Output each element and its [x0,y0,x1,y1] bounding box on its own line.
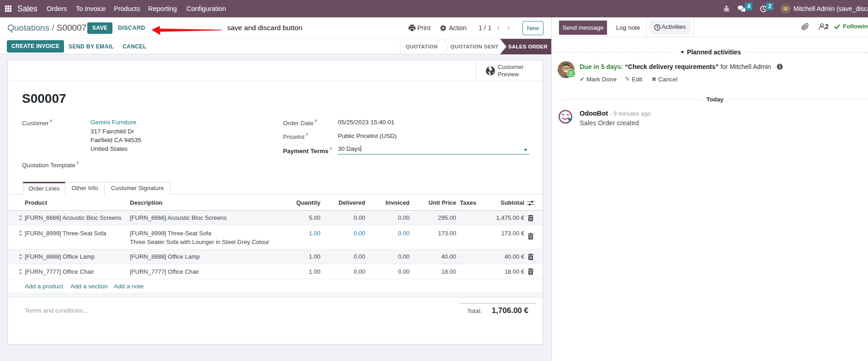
new-button[interactable]: New [522,21,543,35]
cell-quantity[interactable]: 1.00 [275,230,320,237]
cell-invoiced[interactable]: 0.00 [364,268,410,275]
status-quotation-sent[interactable]: QUOTATION SENT [449,39,500,54]
cell-invoiced[interactable]: 0.00 [364,214,410,221]
delete-row-icon[interactable] [528,215,533,221]
col-product[interactable]: Product [25,195,47,211]
table-row[interactable]: [FURN_6666] Acoustic Bloc Screens [FURN_… [8,211,543,225]
info-icon[interactable] [777,64,783,70]
cell-invoiced[interactable]: 0.00 [364,230,410,237]
cell-quantity[interactable]: 1.00 [275,268,320,275]
table-row[interactable]: [FURN_8888] Office Lamp [FURN_8888] Offi… [8,250,543,264]
print-button[interactable]: Print [409,17,431,38]
terms-placeholder[interactable]: Terms and conditions... [25,307,88,314]
cell-description[interactable]: [FURN_7777] Office Chair [130,268,199,275]
message-author[interactable]: OdooBot [580,110,608,117]
send-message-button[interactable]: Send message [559,21,607,35]
cell-product[interactable]: [FURN_7777] Office Chair [25,268,94,275]
customer-preview-button[interactable]: Customer Preview [476,60,543,81]
action-button[interactable]: Action [440,17,467,38]
user-avatar[interactable] [781,4,791,14]
col-unit-price[interactable]: Unit Price [410,195,456,211]
tab-customer-signature[interactable]: Customer Signature [105,182,170,195]
cell-product[interactable]: [FURN_8999] Three-Seat Sofa [25,230,106,237]
table-row[interactable]: [FURN_7777] Office Chair [FURN_7777] Off… [8,264,543,279]
drag-handle-icon[interactable] [19,269,22,275]
save-button[interactable]: SAVE [87,22,112,34]
activity-avatar[interactable] [558,61,575,78]
delete-row-icon[interactable] [528,268,533,275]
cell-quantity[interactable]: 5.00 [275,214,320,221]
user-name[interactable]: Mitchell Admin (save_discard [793,0,868,17]
delete-row-icon[interactable] [528,254,533,260]
cancel-activity-button[interactable]: ✖ Cancel [651,76,677,83]
pager-next-icon[interactable]: › [506,17,510,38]
cell-delivered[interactable]: 0.00 [320,230,365,237]
tab-order-lines[interactable]: Order Lines [23,182,65,195]
cell-unit-price[interactable]: 173.00 [410,230,456,237]
cell-product[interactable]: [FURN_8888] Office Lamp [25,253,95,260]
add-section-link[interactable]: Add a section [70,279,108,294]
cell-description-line2[interactable]: Three Seater Sofa with Lounger in Steel … [130,239,269,245]
payment-terms-caret-icon[interactable] [524,149,527,151]
cell-invoiced[interactable]: 0.00 [364,253,410,260]
cancel-button[interactable]: CANCEL [122,39,146,54]
menu-orders[interactable]: Orders [47,0,67,17]
edit-activity-button[interactable]: ✎ Edit [625,76,642,83]
following-button[interactable]: Following [843,23,868,30]
tab-other-info[interactable]: Other Info [65,182,105,195]
cell-description[interactable]: [FURN_8888] Office Lamp [130,253,200,260]
drag-handle-icon[interactable] [19,230,22,236]
cell-description[interactable]: [FURN_8999] Three-Seat Sofa [130,230,211,237]
debug-bug-icon[interactable] [724,0,730,17]
cell-subtotal[interactable]: 40.00 € [479,253,524,260]
delete-row-icon[interactable] [528,233,533,239]
col-delivered[interactable]: Delivered [320,195,365,211]
menu-reporting[interactable]: Reporting [148,0,177,17]
breadcrumb-quotations-link[interactable]: Quotations [7,23,49,32]
followers-count[interactable]: 2 [825,23,829,30]
drag-handle-icon[interactable] [19,215,22,221]
status-sales-order[interactable]: SALES ORDER [500,39,551,54]
followers-icon[interactable] [819,23,825,30]
cell-delivered[interactable]: 0.00 [320,214,365,221]
customer-field-value[interactable]: Gemini Furniture [91,119,137,126]
order-date-value[interactable]: 05/25/2023 15:40:01 [338,119,394,126]
drag-handle-icon[interactable] [19,254,22,260]
add-product-link[interactable]: Add a product [25,279,63,294]
menu-products[interactable]: Products [114,0,140,17]
send-by-email-button[interactable]: SEND BY EMAIL [69,39,114,54]
create-invoice-button[interactable]: CREATE INVOICE [7,40,64,53]
col-invoiced[interactable]: Invoiced [364,195,410,211]
pager-previous-icon[interactable]: ‹ [496,17,500,38]
add-note-link[interactable]: Add a note [114,279,144,294]
cell-delivered[interactable]: 0.00 [320,268,365,275]
col-taxes[interactable]: Taxes [460,195,476,211]
cell-subtotal[interactable]: 173.00 € [479,230,524,237]
menu-to-invoice[interactable]: To Invoice [76,0,106,17]
cell-subtotal[interactable]: 1,475.00 € [479,214,524,221]
apps-grid-icon[interactable] [5,0,11,17]
cell-delivered[interactable]: 0.00 [320,253,365,260]
activities-tab[interactable]: Activities [646,17,694,37]
col-subtotal[interactable]: Subtotal [479,195,524,211]
menu-configuration[interactable]: Configuration [186,0,226,17]
col-quantity[interactable]: Quantity [275,195,320,211]
log-note-button[interactable]: Log note [612,21,644,35]
cell-quantity[interactable]: 1.00 [275,253,320,260]
cell-subtotal[interactable]: 18.00 € [479,268,524,275]
odoobot-avatar[interactable] [558,109,573,124]
mark-done-button[interactable]: ✔ Mark Done [580,76,617,83]
cell-unit-price[interactable]: 18.00 [410,268,456,275]
planned-activities-header[interactable]: Planned activities [552,48,868,56]
cell-unit-price[interactable]: 295.00 [410,214,456,221]
col-description[interactable]: Description [130,195,163,211]
discard-button[interactable]: DISCARD [118,22,145,34]
cell-description[interactable]: [FURN_6666] Acoustic Bloc Screens [130,214,227,221]
app-name[interactable]: Sales [17,0,37,17]
optional-columns-icon[interactable] [527,200,534,206]
table-row[interactable]: [FURN_8999] Three-Seat Sofa [FURN_8999] … [8,225,543,250]
pricelist-value[interactable]: Public Pricelist (USD) [338,133,397,139]
status-quotation[interactable]: QUOTATION [400,39,443,54]
cell-unit-price[interactable]: 40.00 [410,253,456,260]
payment-terms-input[interactable]: 30 Days [338,145,529,154]
